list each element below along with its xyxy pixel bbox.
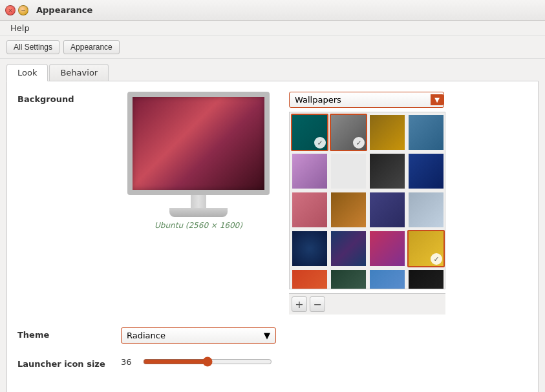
wallpaper-thumb-4[interactable] — [407, 114, 445, 151]
close-button[interactable]: × — [5, 5, 16, 15]
monitor-resolution-label: Ubuntu (2560 × 1600) — [155, 221, 242, 230]
titlebar: × − Appearance — [0, 0, 545, 21]
wallpaper-grid: ✓✓✓ — [290, 112, 445, 289]
wallpaper-thumb-1[interactable]: ✓ — [291, 114, 328, 151]
wallpaper-thumb-14[interactable] — [330, 230, 367, 267]
wallpaper-controls: + − — [289, 293, 445, 315]
launcher-row: 36 — [121, 356, 528, 367]
help-menu[interactable]: Help — [5, 22, 35, 34]
background-area: Ubuntu (2560 × 1600) Wallpapers ▼ ✓✓✓ — [121, 92, 445, 315]
remove-wallpaper-button[interactable]: − — [310, 296, 325, 312]
theme-dropdown[interactable]: Radiance ▼ — [121, 327, 276, 344]
wallpaper-thumb-19[interactable] — [369, 269, 406, 289]
theme-label: Theme — [17, 327, 121, 340]
theme-dropdown-arrow-icon: ▼ — [264, 331, 270, 340]
wallpaper-thumb-11[interactable] — [369, 191, 406, 229]
wallpaper-thumb-6[interactable] — [330, 152, 367, 190]
main-content: Look Behavior Background Ubuntu (2560 × … — [0, 59, 545, 392]
theme-content: Radiance ▼ — [121, 327, 528, 344]
all-settings-button[interactable]: All Settings — [6, 40, 59, 54]
tab-look[interactable]: Look — [6, 64, 48, 81]
wallpaper-section: Wallpapers ▼ ✓✓✓ + − — [289, 92, 445, 315]
minimize-icon: − — [21, 7, 26, 14]
background-label: Background — [17, 92, 121, 104]
close-icon: × — [8, 7, 13, 14]
theme-section: Theme Radiance ▼ — [17, 327, 528, 344]
minimize-button[interactable]: − — [18, 5, 28, 15]
monitor-neck — [191, 195, 206, 208]
toolbar: All Settings Appearance — [0, 36, 545, 59]
wallpaper-thumb-17[interactable] — [291, 269, 328, 289]
wallpaper-thumb-20[interactable] — [407, 269, 445, 289]
background-section: Background Ubuntu (2560 × 1600) Wallpape… — [17, 92, 528, 315]
wallpaper-dropdown[interactable]: Wallpapers ▼ — [289, 92, 444, 108]
wallpaper-thumb-15[interactable] — [369, 230, 406, 267]
wallpaper-thumb-18[interactable] — [330, 269, 367, 289]
wallpaper-thumb-13[interactable] — [291, 230, 328, 267]
window-controls: × − — [5, 5, 28, 15]
wallpaper-dropdown-value: Wallpapers — [295, 95, 341, 105]
wallpaper-thumb-2[interactable]: ✓ — [330, 114, 367, 151]
wallpaper-grid-container: ✓✓✓ — [289, 112, 445, 289]
add-wallpaper-button[interactable]: + — [292, 296, 307, 312]
menubar: Help — [0, 21, 545, 36]
monitor-screen — [127, 92, 270, 195]
wallpaper-thumb-10[interactable] — [330, 191, 367, 229]
wallpaper-thumb-16[interactable]: ✓ — [407, 230, 445, 267]
launcher-size-slider[interactable] — [143, 356, 272, 367]
tab-behavior[interactable]: Behavior — [49, 64, 109, 81]
wallpaper-thumb-12[interactable] — [407, 191, 445, 229]
wallpaper-thumb-7[interactable] — [369, 152, 406, 190]
wallpaper-thumb-8[interactable] — [407, 152, 445, 190]
window-title: Appearance — [36, 5, 92, 15]
look-panel: Background Ubuntu (2560 × 1600) Wallpape… — [6, 81, 539, 392]
wallpaper-thumb-5[interactable] — [291, 152, 328, 190]
monitor-base — [169, 208, 228, 217]
launcher-section: Launcher icon size 36 — [17, 356, 528, 369]
monitor-preview: Ubuntu (2560 × 1600) — [121, 92, 276, 230]
launcher-size-value: 36 — [121, 357, 136, 367]
theme-dropdown-value: Radiance — [127, 331, 166, 340]
wallpaper-dropdown-arrow-icon: ▼ — [431, 94, 443, 105]
launcher-label: Launcher icon size — [17, 356, 121, 369]
launcher-content: 36 — [121, 356, 528, 367]
appearance-button[interactable]: Appearance — [63, 40, 120, 54]
wallpaper-thumb-3[interactable] — [369, 114, 406, 151]
tabs: Look Behavior — [6, 59, 539, 81]
wallpaper-thumb-9[interactable] — [291, 191, 328, 229]
